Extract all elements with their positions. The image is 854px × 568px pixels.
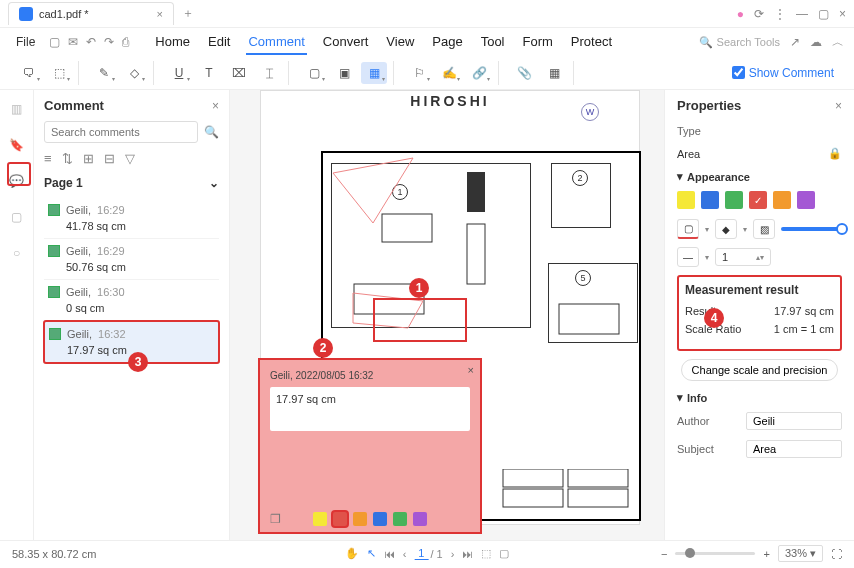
search-button-icon[interactable]: 🔍 <box>204 125 219 139</box>
popup-layers-icon[interactable]: ❐ <box>270 512 281 526</box>
share-icon[interactable]: ↗ <box>790 35 800 49</box>
fill-color-button[interactable]: ◆ <box>715 219 737 239</box>
zoom-in-icon[interactable]: + <box>763 548 769 560</box>
popup-close-icon[interactable]: × <box>468 364 474 376</box>
lock-icon[interactable]: 🔒 <box>828 147 842 160</box>
color-green[interactable] <box>725 191 743 209</box>
window-min-icon[interactable]: — <box>796 7 808 21</box>
color-orange[interactable] <box>773 191 791 209</box>
mail-icon[interactable]: ✉ <box>68 35 78 49</box>
filter-funnel-icon[interactable]: ▽ <box>125 151 135 166</box>
undo-icon[interactable]: ↶ <box>86 35 96 49</box>
stroke-color-button[interactable]: ▢ <box>677 219 699 239</box>
bookmarks-icon[interactable]: 🔖 <box>6 134 28 156</box>
linestyle-button[interactable]: — <box>677 247 699 267</box>
hand-tool-icon[interactable]: ✋ <box>345 547 359 560</box>
menu-file[interactable]: File <box>10 31 41 53</box>
filter-expand-icon[interactable]: ⊞ <box>83 151 94 166</box>
hide-tool[interactable]: ▦ <box>541 62 567 84</box>
filter-list-icon[interactable]: ≡ <box>44 151 52 166</box>
color-blue[interactable] <box>701 191 719 209</box>
fit-page-icon[interactable]: ▢ <box>499 547 509 560</box>
search-comments-input[interactable] <box>44 121 198 143</box>
select-tool-icon[interactable]: ↖ <box>367 547 376 560</box>
popup-color-orange[interactable] <box>353 512 367 526</box>
menu-tool[interactable]: Tool <box>479 30 507 55</box>
menu-home[interactable]: Home <box>153 30 192 55</box>
more-icon[interactable]: ⋮ <box>774 7 786 21</box>
menu-protect[interactable]: Protect <box>569 30 614 55</box>
comment-item[interactable]: Geili, 16:29 41.78 sq cm <box>44 198 219 239</box>
sign-tool[interactable]: ✍▾ <box>436 62 462 84</box>
window-max-icon[interactable]: ▢ <box>818 7 829 21</box>
next-page-icon[interactable]: › <box>451 548 455 560</box>
popup-color-blue[interactable] <box>373 512 387 526</box>
thumbnails-icon[interactable]: ▥ <box>6 98 28 120</box>
eraser-tool[interactable]: ◇▾ <box>121 62 147 84</box>
sync-icon[interactable]: ⟳ <box>754 7 764 21</box>
shape2-tool[interactable]: ▣ <box>331 62 357 84</box>
author-input[interactable] <box>746 412 842 430</box>
comment-popup[interactable]: × Geili, 2022/08/05 16:32 17.97 sq cm ❐ <box>258 358 482 534</box>
menu-page[interactable]: Page <box>430 30 464 55</box>
attachments-icon[interactable]: ▢ <box>6 206 28 228</box>
spinner-icon[interactable]: ▴▾ <box>756 253 764 262</box>
zoom-value[interactable]: 33% ▾ <box>778 545 823 562</box>
cloud-icon[interactable]: ☁ <box>810 35 822 49</box>
badge-icon[interactable]: W <box>581 103 599 121</box>
print-icon[interactable]: ⎙ <box>122 35 129 49</box>
color-yellow[interactable] <box>677 191 695 209</box>
stamp-tool[interactable]: ⬚▾ <box>46 62 72 84</box>
menu-comment[interactable]: Comment <box>246 30 306 55</box>
link-tool[interactable]: 🔗▾ <box>466 62 492 84</box>
menu-convert[interactable]: Convert <box>321 30 371 55</box>
subject-input[interactable] <box>746 440 842 458</box>
comment-item[interactable]: Geili, 16:30 0 sq cm <box>44 280 219 321</box>
first-page-icon[interactable]: ⏮ <box>384 548 395 560</box>
caret-icon[interactable]: ▾ <box>705 253 709 262</box>
text-tool[interactable]: T <box>196 62 222 84</box>
last-page-icon[interactable]: ⏭ <box>462 548 473 560</box>
comment-item[interactable]: Geili, 16:29 50.76 sq cm <box>44 239 219 280</box>
show-comment-checkbox[interactable] <box>732 66 745 79</box>
zoom-out-icon[interactable]: − <box>661 548 667 560</box>
color-red-selected[interactable]: ✓ <box>749 191 767 209</box>
thickness-input[interactable]: 1 ▴▾ <box>715 248 771 266</box>
change-scale-button[interactable]: Change scale and precision <box>681 359 839 381</box>
caret-icon[interactable]: ▾ <box>743 225 747 234</box>
fit-width-icon[interactable]: ⬚ <box>481 547 491 560</box>
textbox-tool[interactable]: ⌧ <box>226 62 252 84</box>
stamp2-tool[interactable]: ⚐▾ <box>406 62 432 84</box>
color-purple[interactable] <box>797 191 815 209</box>
window-close-icon[interactable]: × <box>839 7 846 21</box>
popup-color-yellow[interactable] <box>313 512 327 526</box>
note-tool[interactable]: 🗨▾ <box>16 62 42 84</box>
filter-sort-icon[interactable]: ⇅ <box>62 151 73 166</box>
popup-color-green[interactable] <box>393 512 407 526</box>
properties-close-icon[interactable]: × <box>835 99 842 113</box>
comment-panel-close-icon[interactable]: × <box>212 99 219 113</box>
save-icon[interactable]: ▢ <box>49 35 60 49</box>
page-current[interactable]: 1 <box>414 547 428 560</box>
opacity-slider[interactable] <box>781 227 842 231</box>
show-comment-toggle[interactable]: Show Comment <box>732 66 834 80</box>
menu-edit[interactable]: Edit <box>206 30 232 55</box>
shape-tool[interactable]: ▢▾ <box>301 62 327 84</box>
tab-add-icon[interactable]: ＋ <box>182 5 194 22</box>
menu-view[interactable]: View <box>384 30 416 55</box>
redo-icon[interactable]: ↷ <box>104 35 114 49</box>
menu-form[interactable]: Form <box>521 30 555 55</box>
callout-tool[interactable]: ⌶ <box>256 62 282 84</box>
tab-close-icon[interactable]: × <box>157 8 163 20</box>
popup-color-red[interactable] <box>333 512 347 526</box>
caret-icon[interactable]: ▾ <box>705 225 709 234</box>
popup-body[interactable]: 17.97 sq cm <box>270 387 470 431</box>
collapse-icon[interactable]: ︿ <box>832 34 844 51</box>
area-tool[interactable]: ▦▾ <box>361 62 387 84</box>
account-icon[interactable]: ● <box>737 7 744 21</box>
filter-collapse-icon[interactable]: ⊟ <box>104 151 115 166</box>
popup-color-purple[interactable] <box>413 512 427 526</box>
zoom-slider[interactable] <box>675 552 755 555</box>
opacity-button[interactable]: ▨ <box>753 219 775 239</box>
search-icon[interactable]: ○ <box>6 242 28 264</box>
